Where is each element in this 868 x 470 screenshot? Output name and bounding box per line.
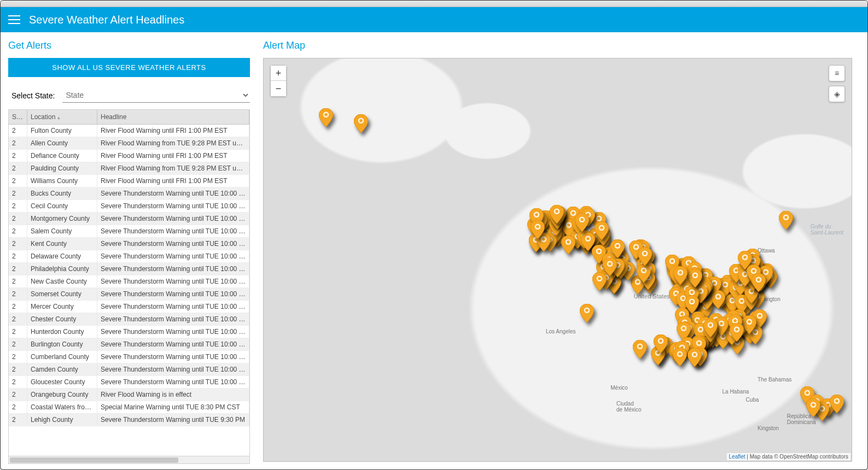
cell-severity: 2 — [9, 376, 27, 388]
svg-point-407 — [736, 328, 739, 331]
svg-point-205 — [671, 260, 674, 263]
table-row[interactable]: 2Allen CountyRiver Flood Warning from TU… — [9, 137, 249, 150]
map-pin-icon[interactable] — [673, 266, 688, 285]
horizontal-scrollbar[interactable] — [9, 456, 249, 463]
svg-point-483 — [757, 278, 760, 281]
svg-point-159 — [616, 244, 619, 248]
cell-severity: 2 — [9, 351, 27, 363]
table-row[interactable]: 2Chester CountySevere Thunderstorm Warni… — [9, 313, 249, 326]
map-pin-icon[interactable] — [638, 247, 652, 266]
map-pin-icon[interactable] — [673, 348, 687, 366]
table-row[interactable]: 2Hunterdon CountySevere Thunderstorm War… — [9, 326, 249, 338]
table-row[interactable]: 2Cumberland CountySevere Thunderstorm Wa… — [9, 351, 249, 363]
cell-location: Hunterdon County — [27, 326, 97, 338]
cell-severity: 2 — [9, 401, 27, 413]
table-row[interactable]: 2Mercer CountySevere Thunderstorm Warnin… — [9, 301, 249, 313]
table-row[interactable]: 2Fulton CountyRiver Flood Warning until … — [9, 125, 249, 137]
svg-point-71 — [567, 224, 570, 227]
table-row[interactable]: 2Cecil CountySevere Thunderstorm Warning… — [9, 200, 249, 213]
cell-headline: Severe Thunderstorm Warning until TUE 9:… — [97, 414, 249, 426]
cell-location: Camden County — [27, 363, 97, 375]
table-body[interactable]: 2Fulton CountyRiver Flood Warning until … — [9, 125, 249, 456]
table-row[interactable]: 2Philadelphia CountySevere Thunderstorm … — [9, 263, 249, 275]
leaflet-link[interactable]: Leaflet — [729, 454, 745, 460]
table-row[interactable]: 2Lehigh CountySevere Thunderstorm Warnin… — [9, 414, 249, 426]
map-pin-icon[interactable] — [561, 236, 575, 254]
map-pin-icon[interactable] — [654, 334, 668, 353]
map-pin-icon[interactable] — [688, 348, 702, 367]
map-pin-icon[interactable] — [354, 114, 368, 133]
svg-point-397 — [748, 320, 751, 324]
map-pin-icon[interactable] — [633, 340, 647, 359]
cell-severity: 2 — [9, 389, 27, 401]
alert-map[interactable]: United States Los Angeles México Ciudad … — [263, 58, 852, 462]
map-pin-icon[interactable] — [703, 319, 718, 337]
map-pin-icon[interactable] — [742, 315, 756, 334]
map-pin-icon[interactable] — [711, 290, 725, 309]
map-pin-icon[interactable] — [595, 221, 609, 240]
zoom-out-button[interactable]: − — [271, 81, 286, 96]
map-pin-icon[interactable] — [550, 205, 564, 224]
cell-location: Allen County — [27, 137, 97, 149]
cell-location: Kent County — [27, 238, 97, 250]
table-row[interactable]: 2Somerset CountySevere Thunderstorm Warn… — [9, 288, 249, 301]
svg-point-21 — [812, 403, 815, 407]
cell-headline: River Flood Warning from TUE 9:28 PM EST… — [97, 137, 249, 149]
zoom-in-button[interactable]: + — [271, 66, 286, 81]
table-row[interactable]: 2Defiance CountyRiver Flood Warning unti… — [9, 150, 249, 162]
svg-point-95 — [536, 225, 539, 228]
table-row[interactable]: 2Coastal Waters from ...Special Marine W… — [9, 401, 249, 414]
table-row[interactable]: 2Montgomery CountySevere Thunderstorm Wa… — [9, 213, 249, 225]
cell-headline: Severe Thunderstorm Warning until TUE 10… — [97, 200, 249, 212]
table-row[interactable]: 2New Castle CountySevere Thunderstorm Wa… — [9, 275, 249, 288]
show-all-alerts-button[interactable]: SHOW ALL US SEVERE WEATHER ALERTS — [8, 58, 250, 77]
map-pin-icon[interactable] — [806, 398, 820, 417]
map-pin-icon[interactable] — [575, 213, 589, 232]
alerts-panel: Get Alerts SHOW ALL US SEVERE WEATHER AL… — [1, 32, 258, 469]
map-pin-icon[interactable] — [603, 257, 617, 276]
state-select[interactable]: State — [62, 88, 250, 103]
cell-headline: Severe Thunderstorm Warning until TUE 10… — [97, 326, 249, 338]
table-row[interactable]: 2Bucks CountySevere Thunderstorm Warning… — [9, 187, 249, 200]
col-headline[interactable]: Headline — [97, 110, 249, 124]
map-panel: Alert Map United States Los Angeles Méxi… — [258, 32, 867, 469]
map-pin-icon[interactable] — [779, 211, 793, 230]
header-bar: Severe Weather Alert Headlines — [1, 7, 867, 32]
table-row[interactable]: 2Kent CountySevere Thunderstorm Warning … — [9, 238, 249, 250]
map-pin-icon[interactable] — [752, 273, 766, 292]
map-pin-icon[interactable] — [319, 108, 333, 127]
table-row[interactable]: 2Gloucester CountySevere Thunderstorm Wa… — [9, 376, 249, 389]
svg-point-7 — [638, 345, 642, 348]
map-pin-icon[interactable] — [688, 269, 702, 287]
cell-severity: 2 — [9, 288, 27, 300]
table-row[interactable]: 2Paulding CountyRiver Flood Warning from… — [9, 162, 249, 175]
cell-headline: Severe Thunderstorm Warning until TUE 10… — [97, 313, 249, 325]
svg-point-1 — [324, 113, 328, 116]
map-layers-icon[interactable]: ◈ — [829, 86, 845, 102]
svg-point-325 — [694, 274, 697, 277]
svg-point-395 — [720, 322, 724, 325]
cell-location: Coastal Waters from ... — [27, 401, 97, 413]
map-menu-icon[interactable]: ≡ — [829, 65, 845, 81]
map-pin-icon[interactable] — [531, 220, 545, 239]
table-row[interactable]: 2Orangeburg CountyRiver Flood Warning is… — [9, 389, 249, 401]
alerts-table: Seve Location Headline 2Fulton CountyRiv… — [8, 109, 250, 464]
table-row[interactable]: 2Salem CountySevere Thunderstorm Warning… — [9, 225, 249, 238]
map-pin-icon[interactable] — [830, 395, 844, 413]
table-row[interactable]: 2Burlington CountySevere Thunderstorm Wa… — [9, 338, 249, 351]
col-severity[interactable]: Seve — [9, 110, 27, 124]
hamburger-menu-icon[interactable] — [8, 15, 20, 24]
svg-point-253 — [724, 283, 727, 286]
svg-point-107 — [600, 226, 603, 230]
table-row[interactable]: 2Camden CountySevere Thunderstorm Warnin… — [9, 363, 249, 376]
map-pin-icon[interactable] — [637, 264, 651, 283]
map-pin-icon[interactable] — [580, 304, 594, 322]
table-row[interactable]: 2Delaware CountySevere Thunderstorm Warn… — [9, 250, 249, 263]
cell-location: Orangeburg County — [27, 389, 97, 401]
col-location[interactable]: Location — [27, 110, 97, 124]
map-pin-icon[interactable] — [610, 239, 625, 258]
table-row[interactable]: 2Williams CountyRiver Flood Warning unti… — [9, 175, 249, 187]
cell-headline: River Flood Warning is in effect — [97, 389, 249, 401]
map-pin-icon[interactable] — [730, 323, 744, 342]
svg-point-287 — [716, 295, 720, 298]
